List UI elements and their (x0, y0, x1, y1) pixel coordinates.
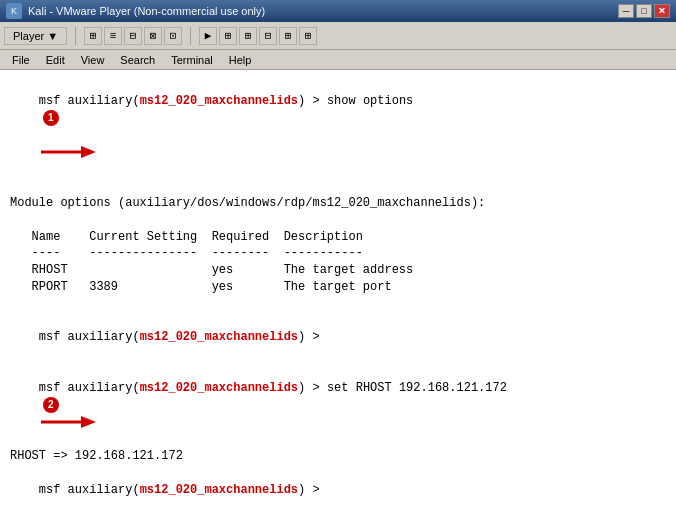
toolbar-icon-6[interactable]: ▶ (199, 27, 217, 45)
module-name-2: ms12_020_maxchannelids (140, 330, 298, 344)
svg-marker-3 (81, 416, 96, 428)
terminal-line-10: msf auxiliary(ms12_020_maxchannelids) > (10, 313, 666, 363)
cmd-2: ) > (298, 330, 320, 344)
cmd-4: ) > (298, 483, 320, 497)
terminal-line-5: Name Current Setting Required Descriptio… (10, 229, 666, 246)
window-controls[interactable]: ─ □ ✕ (618, 4, 670, 18)
arrow-1 (41, 143, 96, 161)
module-name-4: ms12_020_maxchannelids (140, 483, 298, 497)
close-button[interactable]: ✕ (654, 4, 670, 18)
toolbar-separator-2 (190, 27, 191, 45)
menu-help[interactable]: Help (223, 53, 258, 67)
terminal-line-1: msf auxiliary(ms12_020_maxchannelids) > … (10, 76, 666, 178)
module-name-1: ms12_020_maxchannelids (140, 94, 298, 108)
terminal-line-3: Module options (auxiliary/dos/windows/rd… (10, 195, 666, 212)
toolbar-icon-3[interactable]: ⊟ (124, 27, 142, 45)
title-bar: K Kali - VMware Player (Non-commercial u… (0, 0, 676, 22)
terminal-line-12: RHOST => 192.168.121.172 (10, 448, 666, 465)
menubar: File Edit View Search Terminal Help (0, 50, 676, 70)
maximize-button[interactable]: □ (636, 4, 652, 18)
terminal-line-7: RHOST yes The target address (10, 262, 666, 279)
prompt-3: msf auxiliary( (39, 381, 140, 395)
toolbar-icon-7[interactable]: ⊞ (219, 27, 237, 45)
toolbar-icon-5[interactable]: ⊡ (164, 27, 182, 45)
terminal-line-2 (10, 178, 666, 195)
toolbar-icon-11[interactable]: ⊞ (299, 27, 317, 45)
toolbar-icon-9[interactable]: ⊟ (259, 27, 277, 45)
terminal-line-13: msf auxiliary(ms12_020_maxchannelids) > (10, 465, 666, 515)
annotation-2: 2 (43, 397, 59, 413)
terminal-line-8: RPORT 3389 yes The target port (10, 279, 666, 296)
terminal-line-14: msf auxiliary(ms12_020_maxchannelids) > … (10, 515, 666, 532)
terminal-line-9 (10, 296, 666, 313)
cmd-3: ) > set RHOST 192.168.121.172 (298, 381, 507, 395)
module-name-3: ms12_020_maxchannelids (140, 381, 298, 395)
terminal-line-11: msf auxiliary(ms12_020_maxchannelids) > … (10, 363, 666, 448)
toolbar-icon-4[interactable]: ⊠ (144, 27, 162, 45)
terminal: msf auxiliary(ms12_020_maxchannelids) > … (0, 70, 676, 532)
toolbar-icons: ⊞ ≡ ⊟ ⊠ ⊡ (84, 27, 182, 45)
toolbar: Player ▼ ⊞ ≡ ⊟ ⊠ ⊡ ▶ ⊞ ⊞ ⊟ ⊞ ⊞ (0, 22, 676, 50)
terminal-line-4 (10, 212, 666, 229)
menu-file[interactable]: File (6, 53, 36, 67)
player-button[interactable]: Player ▼ (4, 27, 67, 45)
menu-terminal[interactable]: Terminal (165, 53, 219, 67)
minimize-button[interactable]: ─ (618, 4, 634, 18)
prompt-4: msf auxiliary( (39, 483, 140, 497)
toolbar-icon-2[interactable]: ≡ (104, 27, 122, 45)
annotation-1: 1 (43, 110, 59, 126)
window-icon: K (6, 3, 22, 19)
cmd-1: ) > show options (298, 94, 413, 108)
terminal-line-6: ---- --------------- -------- ----------… (10, 245, 666, 262)
toolbar-separator (75, 27, 76, 45)
arrow-2 (41, 413, 96, 431)
prompt-1: msf auxiliary( (39, 94, 140, 108)
window-title: Kali - VMware Player (Non-commercial use… (28, 5, 265, 17)
menu-view[interactable]: View (75, 53, 111, 67)
svg-marker-1 (81, 146, 96, 158)
toolbar-icon-10[interactable]: ⊞ (279, 27, 297, 45)
toolbar-icons-2: ▶ ⊞ ⊞ ⊟ ⊞ ⊞ (199, 27, 317, 45)
prompt-2: msf auxiliary( (39, 330, 140, 344)
menu-search[interactable]: Search (114, 53, 161, 67)
toolbar-icon-8[interactable]: ⊞ (239, 27, 257, 45)
menu-edit[interactable]: Edit (40, 53, 71, 67)
toolbar-icon-1[interactable]: ⊞ (84, 27, 102, 45)
